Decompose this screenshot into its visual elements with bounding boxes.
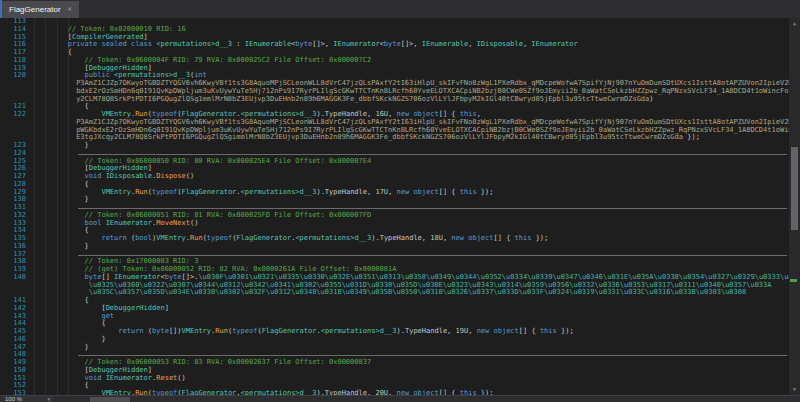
scrollbar-thumb[interactable] (791, 147, 798, 230)
code-text: return (bool)VMEntry.Run(typeof(FlagGene… (34, 235, 548, 243)
code-line[interactable]: E3tgJXcqy2CLM78Q8SrkPtPDTI6PGQugZlQSgimm… (0, 134, 789, 142)
code-line[interactable]: 146 } (0, 336, 789, 344)
scrollbar-vertical[interactable]: ▲ ▼ (789, 18, 800, 395)
code-line[interactable]: \u035C\u0357\u035D\u034E\u0330\u0302\u03… (0, 289, 789, 297)
code-line[interactable]: 123 } (0, 142, 789, 150)
line-number[interactable]: 122 (0, 111, 26, 119)
code-line[interactable]: 127 void IDisposable.Dispose() (0, 173, 789, 181)
zoom-level-value: 100 % (5, 396, 22, 402)
scroll-down-icon[interactable]: ▼ (789, 384, 800, 395)
code-text: return (byte[])VMEntry.Run(typeof(FlagGe… (34, 328, 574, 336)
close-icon[interactable]: × (68, 6, 72, 13)
tab-title: FlagGenerator (9, 5, 61, 14)
code-text: } (34, 142, 89, 150)
member-separator-line (78, 255, 787, 256)
code-line[interactable]: 130 } (0, 196, 789, 204)
code-lines: 113114 // Token: 0x02000010 RID: 16115 [… (0, 18, 789, 395)
code-line[interactable]: 133 bool IEnumerator.MoveNext() (0, 220, 789, 228)
code-text: E3tgJXcqy2CLM78Q8SrkPtPDTI6PGQugZlQSgimm… (34, 134, 700, 142)
zoom-level-select[interactable]: 100 % ▾ (1, 396, 53, 402)
code-text: VMEntry.Run(typeof(FlagGenerator.<permut… (34, 189, 493, 197)
code-text: } (34, 344, 89, 352)
member-separator-line (78, 355, 787, 356)
code-line[interactable]: 142 [DebuggerHidden] (0, 305, 789, 313)
code-text: private sealed class <permutations>d__3 … (34, 41, 578, 49)
code-line[interactable]: 135 return (bool)VMEntry.Run(typeof(Flag… (0, 235, 789, 243)
code-line[interactable]: 116 private sealed class <permutations>d… (0, 41, 789, 49)
code-line[interactable]: 129 VMEntry.Run(typeof(FlagGenerator.<pe… (0, 189, 789, 197)
chevron-down-icon: ▾ (47, 396, 50, 402)
tab-flaggenerator[interactable]: FlagGenerator × (2, 1, 79, 18)
member-separator-line (78, 208, 787, 209)
code-text: \u035C\u0357\u035D\u034E\u0330\u0302\u03… (34, 289, 746, 297)
code-line[interactable]: 147 } (0, 344, 789, 352)
code-line[interactable]: 143 get (0, 313, 789, 321)
status-bar: 100 % ▾ (0, 395, 800, 402)
code-editor[interactable]: 113114 // Token: 0x02000010 RID: 16115 [… (0, 18, 789, 395)
scroll-up-icon[interactable]: ▲ (789, 18, 800, 29)
member-separator-line (78, 154, 787, 155)
line-number[interactable]: 120 (0, 72, 26, 80)
annotation-marker (790, 279, 797, 282)
code-text: } (34, 196, 89, 204)
code-line[interactable]: 145 return (byte[])VMEntry.Run(typeof(Fl… (0, 328, 789, 336)
code-line[interactable]: 136 } (0, 243, 789, 251)
code-line[interactable]: 151 void IEnumerator.Reset() (0, 375, 789, 383)
code-line[interactable]: y2CLM78Q8SrkPtPDTI6PGQugZlQSg1mmlMrN8bZ3… (0, 96, 789, 104)
code-text: y2CLM78Q8SrkPtPDTI6PGQugZlQSg1mmlMrN8bZ3… (34, 96, 654, 104)
horizontal-scrollbar-thumb[interactable] (90, 397, 130, 402)
tab-bar: FlagGenerator × (0, 0, 800, 18)
code-text: } (34, 243, 89, 251)
line-number[interactable]: 140 (0, 274, 26, 282)
